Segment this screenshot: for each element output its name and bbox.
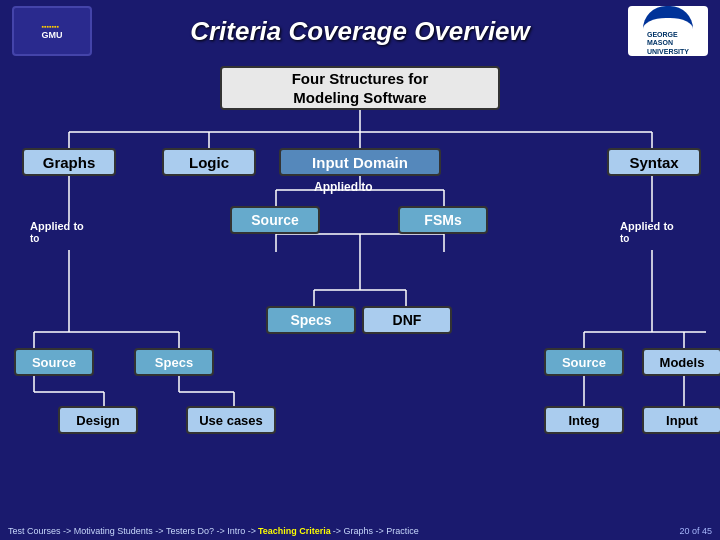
node-source-left: Source [14,348,94,376]
node-dnf: DNF [362,306,452,334]
node-syntax: Syntax [607,148,701,176]
top-box-line2: Modeling Software [292,88,429,108]
top-box: Four Structures for Modeling Software [220,66,500,110]
header: ▪▪▪▪▪▪▪ GMU Criteria Coverage Overview G… [0,0,720,62]
page-title: Criteria Coverage Overview [190,16,530,47]
footer-nav-text: Test Courses -> Motivating Students -> T… [8,526,256,536]
applied-to-center: Applied to [314,180,373,194]
node-source-right: Source [544,348,624,376]
footer-nav: Test Courses -> Motivating Students -> T… [8,526,419,536]
applied-to-right: Applied to to [620,220,674,244]
logo-right-line1: GEORGE [647,31,689,39]
node-input: Input [642,406,720,434]
gmu-label: GMU [42,30,63,40]
node-fsms: FSMs [398,206,488,234]
node-specs-left: Specs [134,348,214,376]
node-integ: Integ [544,406,624,434]
top-box-line1: Four Structures for [292,69,429,89]
node-logic: Logic [162,148,256,176]
node-design: Design [58,406,138,434]
footer-nav-end: -> Graphs -> Practice [333,526,419,536]
logo-right-line3: UNIVERSITY [647,48,689,56]
node-use-cases: Use cases [186,406,276,434]
node-graphs: Graphs [22,148,116,176]
node-specs-mid: Specs [266,306,356,334]
logo-right-line2: MASON [647,39,689,47]
diagram: Four Structures for Modeling Software Gr… [14,62,706,462]
logo-right: GEORGE MASON UNIVERSITY [628,6,708,56]
footer: Test Courses -> Motivating Students -> T… [0,524,720,538]
node-models: Models [642,348,720,376]
footer-page-number: 20 of 45 [679,526,712,536]
node-source-mid: Source [230,206,320,234]
applied-to-left: Applied to to [30,220,84,244]
node-input-domain: Input Domain [279,148,441,176]
logo-left: ▪▪▪▪▪▪▪ GMU [12,6,92,56]
footer-highlight: Teaching Criteria [258,526,331,536]
connector-lines [14,62,706,462]
